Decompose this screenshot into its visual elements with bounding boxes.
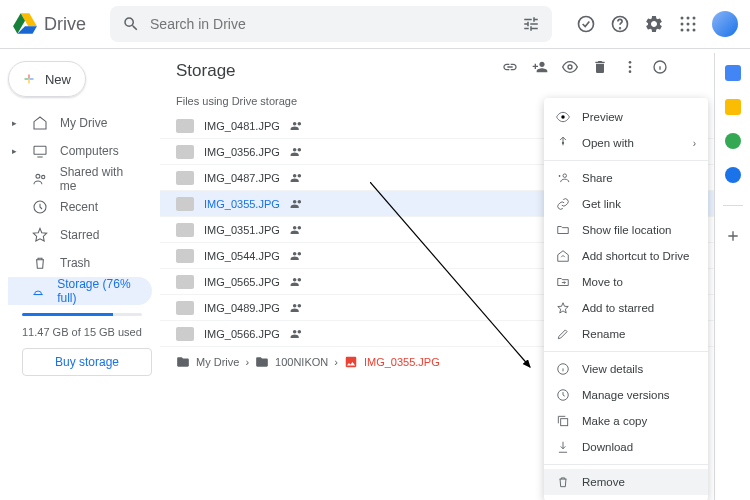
file-thumbnail [176, 301, 194, 315]
search-options-icon[interactable] [522, 15, 540, 33]
sidebar-item-label: My Drive [60, 116, 107, 130]
new-button[interactable]: New [8, 61, 86, 97]
sidebar-item-trash[interactable]: Trash [8, 249, 152, 277]
plus-icon [23, 68, 35, 90]
menu-rename[interactable]: Rename [544, 321, 708, 347]
star-icon [556, 301, 570, 315]
header-divider [0, 48, 750, 49]
sidebar-item-storage-full-[interactable]: Storage (76% full) [8, 277, 152, 305]
menu-make-a-copy[interactable]: Make a copy [544, 408, 708, 434]
offline-icon[interactable] [576, 14, 596, 34]
calendar-icon[interactable] [725, 65, 741, 81]
bc-0[interactable]: My Drive [196, 356, 239, 368]
trash-icon[interactable] [592, 59, 608, 75]
contacts-icon[interactable] [725, 167, 741, 183]
file-thumbnail [176, 119, 194, 133]
menu-item-label: Download [582, 441, 633, 453]
storage-text: 11.47 GB of 15 GB used [22, 326, 152, 338]
header-actions [576, 11, 738, 37]
svg-point-11 [693, 29, 696, 32]
sidebar-icon [32, 199, 48, 215]
menu-add-shortcut-to-drive[interactable]: Add shortcut to Drive [544, 243, 708, 269]
shared-icon [290, 327, 304, 341]
svg-point-9 [681, 29, 684, 32]
person-add-icon [556, 171, 570, 185]
person-add-icon[interactable] [532, 59, 548, 75]
menu-manage-versions[interactable]: Manage versions [544, 382, 708, 408]
svg-point-18 [629, 66, 632, 69]
info-icon[interactable] [652, 59, 668, 75]
sidebar-item-starred[interactable]: Starred [8, 221, 152, 249]
open-icon [556, 136, 570, 150]
menu-preview[interactable]: Preview [544, 104, 708, 130]
menu-download[interactable]: Download [544, 434, 708, 460]
account-avatar[interactable] [712, 11, 738, 37]
search-input[interactable] [150, 16, 512, 32]
menu-item-label: Make a copy [582, 415, 647, 427]
search-bar[interactable] [110, 6, 552, 42]
eye-icon[interactable] [562, 59, 578, 75]
sidebar-item-label: Storage (76% full) [57, 277, 142, 305]
svg-point-7 [687, 23, 690, 26]
file-name: IMG_0355.JPG [204, 198, 280, 210]
add-addon-icon[interactable] [725, 228, 741, 244]
svg-point-21 [561, 115, 565, 119]
file-thumbnail [176, 145, 194, 159]
shared-icon [290, 223, 304, 237]
svg-point-6 [681, 23, 684, 26]
menu-show-file-location[interactable]: Show file location [544, 217, 708, 243]
menu-open-with[interactable]: Open with› [544, 130, 708, 156]
link-icon[interactable] [502, 59, 518, 75]
sidebar-item-shared-with-me[interactable]: Shared with me [8, 165, 152, 193]
sidebar-item-computers[interactable]: ▸Computers [8, 137, 152, 165]
menu-item-label: Remove [582, 476, 625, 488]
file-name: IMG_0487.JPG [204, 172, 280, 184]
menu-view-details[interactable]: View details [544, 356, 708, 382]
menu-move-to[interactable]: Move to [544, 269, 708, 295]
sidebar-item-label: Recent [60, 200, 98, 214]
buy-storage-button[interactable]: Buy storage [22, 348, 152, 376]
versions-icon [556, 388, 570, 402]
svg-point-17 [629, 61, 632, 64]
menu-item-label: Share [582, 172, 613, 184]
image-icon [344, 355, 358, 369]
svg-point-23 [563, 174, 567, 178]
svg-point-14 [41, 175, 44, 178]
bc-2: IMG_0355.JPG [364, 356, 440, 368]
sidebar-item-label: Computers [60, 144, 119, 158]
sidebar-item-label: Starred [60, 228, 99, 242]
tasks-icon[interactable] [725, 133, 741, 149]
file-thumbnail [176, 249, 194, 263]
search-icon [122, 15, 140, 33]
bc-1[interactable]: 100NIKON [275, 356, 328, 368]
app-name: Drive [44, 14, 86, 35]
menu-item-label: Open with [582, 137, 634, 149]
help-icon[interactable] [610, 14, 630, 34]
sidebar: New ▸My Drive▸ComputersShared with meRec… [0, 53, 160, 500]
copy-icon [556, 414, 570, 428]
menu-add-to-starred[interactable]: Add to starred [544, 295, 708, 321]
menu-remove[interactable]: Remove [544, 469, 708, 495]
file-thumbnail [176, 223, 194, 237]
menu-get-link[interactable]: Get link [544, 191, 708, 217]
trash-icon [556, 475, 570, 489]
storage-bar [22, 313, 142, 316]
more-icon[interactable] [622, 59, 638, 75]
sidebar-item-recent[interactable]: Recent [8, 193, 152, 221]
sidebar-icon [32, 227, 48, 243]
svg-rect-12 [34, 146, 46, 154]
svg-point-8 [693, 23, 696, 26]
apps-icon[interactable] [678, 14, 698, 34]
shared-icon [290, 275, 304, 289]
file-name: IMG_0356.JPG [204, 146, 280, 158]
settings-icon[interactable] [644, 14, 664, 34]
menu-share[interactable]: Share [544, 165, 708, 191]
sidebar-item-my-drive[interactable]: ▸My Drive [8, 109, 152, 137]
file-name: IMG_0489.JPG [204, 302, 280, 314]
keep-icon[interactable] [725, 99, 741, 115]
eye-icon [556, 110, 570, 124]
context-menu: PreviewOpen with›ShareGet linkShow file … [544, 98, 708, 500]
file-thumbnail [176, 327, 194, 341]
sidebar-icon [32, 143, 48, 159]
drive-logo[interactable]: Drive [12, 11, 86, 37]
